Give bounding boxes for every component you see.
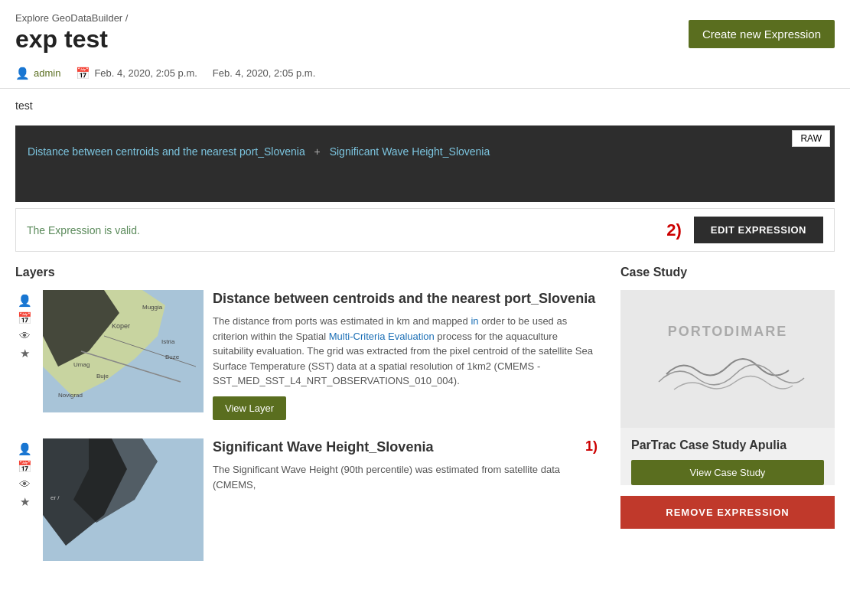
remove-expression-button[interactable]: REMOVE EXPRESSION (620, 496, 835, 529)
view-case-study-button[interactable]: View Case Study (631, 460, 824, 485)
author-link[interactable]: admin (34, 67, 60, 79)
svg-text:Umag: Umag (73, 361, 90, 368)
map-placeholder-2: er / (43, 438, 204, 561)
author-meta: 👤 admin (15, 67, 60, 79)
layer2-star-icon: ★ (20, 496, 30, 507)
expression-part2: Significant Wave Height_Slovenia (330, 145, 490, 158)
validity-right: 2) EDIT EXPRESSION (666, 217, 823, 243)
layer-info-2: Significant Wave Height_Slovenia 1) The … (213, 438, 598, 561)
page-title: exp test (15, 25, 128, 54)
case-study-name: ParTrac Case Study Apulia (620, 428, 835, 460)
svg-text:Istria: Istria (161, 338, 175, 345)
layers-section: Layers 👤 📅 👁 ★ (15, 266, 598, 579)
svg-text:er /: er / (50, 494, 60, 501)
validity-number: 2) (666, 220, 682, 240)
created-meta: 📅 Feb. 4, 2020, 2:05 p.m. (76, 67, 197, 79)
svg-text:PORTODIMARE: PORTODIMARE (668, 324, 788, 339)
layer-thumbnail-2: er / (43, 438, 204, 561)
breadcrumb: Explore GeoDataBuilder / (15, 12, 128, 24)
breadcrumb-text: Explore GeoDataBuilder / (15, 12, 128, 24)
raw-button[interactable]: RAW (792, 130, 830, 147)
svg-rect-17 (620, 290, 835, 428)
description-text: test (15, 99, 33, 112)
svg-text:Buje: Buje (96, 373, 109, 380)
layer-desc-1: The distance from ports was estimated in… (213, 314, 598, 389)
expression-text: Distance between centroids and the neare… (28, 145, 822, 158)
layer-name-2: Significant Wave Height_Slovenia (213, 438, 578, 456)
layers-title: Layers (15, 266, 598, 279)
case-study-card: PORTODIMARE ParTrac Case Study Apulia Vi… (620, 290, 835, 485)
layer-calendar-icon: 📅 (18, 312, 32, 324)
expression-plus: + (314, 145, 321, 158)
page-description: test (0, 89, 850, 119)
layer-name-1: Distance between centroids and the neare… (213, 290, 598, 308)
case-study-title: Case Study (620, 266, 835, 279)
layer2-badge: 1) (585, 438, 598, 455)
edit-expression-button[interactable]: EDIT EXPRESSION (694, 217, 823, 243)
case-study-image: PORTODIMARE (620, 290, 835, 428)
modified-meta: Feb. 4, 2020, 2:05 p.m. (213, 67, 315, 79)
layer-user-icon: 👤 (18, 295, 32, 306)
layer-desc-text-1: The distance from ports was estimated in… (213, 315, 593, 386)
layer-item: 👤 📅 👁 ★ (15, 290, 598, 420)
user-icon: 👤 (15, 67, 30, 79)
layer-thumbnail-1: Koper Umag Buje Novigrad Istria Buze Mug… (43, 290, 204, 412)
svg-text:Muggia: Muggia (142, 304, 163, 311)
create-expression-button[interactable]: Create new Expression (689, 20, 835, 48)
layer-star-icon: ★ (20, 347, 30, 359)
svg-text:Koper: Koper (112, 322, 130, 330)
layer2-calendar-icon: 📅 (18, 461, 32, 472)
validity-text: The Expression is valid. (27, 224, 140, 236)
layer-icons-2: 👤 📅 👁 ★ (15, 438, 34, 561)
main-content: Layers 👤 📅 👁 ★ (15, 266, 835, 579)
expression-part1: Distance between centroids and the neare… (28, 145, 305, 158)
modified-date: Feb. 4, 2020, 2:05 p.m. (213, 67, 315, 79)
calendar-icon: 📅 (76, 67, 90, 79)
map-placeholder-1: Koper Umag Buje Novigrad Istria Buze Mug… (43, 290, 204, 412)
layer-icons-1: 👤 📅 👁 ★ (15, 290, 34, 420)
layer2-eye-icon: 👁 (19, 478, 31, 490)
header-left: Explore GeoDataBuilder / exp test (15, 12, 128, 54)
created-date: Feb. 4, 2020, 2:05 p.m. (94, 67, 197, 79)
view-layer-button-1[interactable]: View Layer (213, 396, 286, 420)
expression-box: RAW Distance between centroids and the n… (15, 125, 835, 202)
layer-eye-icon: 👁 (19, 330, 31, 341)
meta-row: 👤 admin 📅 Feb. 4, 2020, 2:05 p.m. Feb. 4… (0, 61, 850, 89)
layer-desc-2: The Significant Wave Height (90th percen… (213, 462, 598, 492)
validity-row: The Expression is valid. 2) EDIT EXPRESS… (15, 208, 835, 252)
layer-desc-text-2: The Significant Wave Height (90th percen… (213, 464, 560, 491)
svg-text:Novigrad: Novigrad (58, 392, 83, 399)
layer-item-2: 👤 📅 👁 ★ er / Significant Wave Heigh (15, 438, 598, 561)
svg-text:Buze: Buze (165, 354, 180, 360)
layer2-user-icon: 👤 (18, 443, 32, 455)
case-study-section: Case Study PORTODIMARE ParTrac Case Stud… (598, 266, 835, 579)
header: Explore GeoDataBuilder / exp test Create… (0, 0, 850, 61)
layer-info-1: Distance between centroids and the neare… (213, 290, 598, 420)
